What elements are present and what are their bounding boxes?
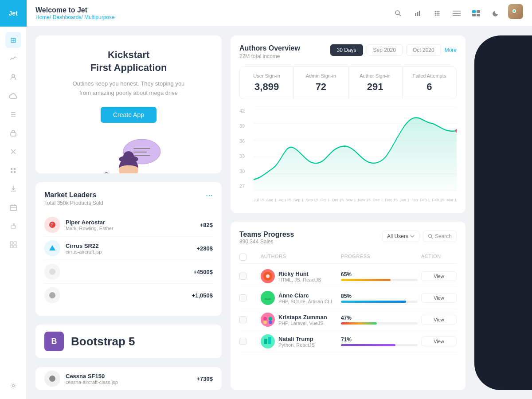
sidebar-item-layout[interactable] [5,237,21,253]
kristaps-author: Kristaps Zumman PHP, Laravel, VueJS [261,313,337,327]
stat-failed-attempts: Failed Attempts 6 [403,67,456,99]
svg-point-34 [438,14,440,16]
teams-search[interactable]: Search [423,231,457,242]
cirrus-value: +280$ [196,245,213,252]
sidebar-item-chart[interactable] [5,51,21,66]
anne-bar-bg [341,301,418,303]
svg-point-26 [435,11,436,12]
breadcrumb-dashboards[interactable]: Dashboards/ [53,14,83,20]
piper-icon: P [44,217,60,233]
x-oct1: Oct 1 [321,198,330,202]
team-row-anne: Anne Clarc PHP, SQLite, Artisan CLI 85% … [239,287,457,309]
x-feb15: Feb 15 [432,198,444,202]
cirrus-sub: cirrus-aircraft.jsp [66,249,191,254]
sidebar-item-list[interactable] [5,106,21,122]
kristaps-name: Kristaps Zumman [278,314,327,321]
main-wrapper: Welcome to Jet Home/ Dashboards/ Multipu… [27,0,532,399]
ricky-checkbox[interactable] [239,273,257,280]
svg-line-72 [431,237,433,239]
tab-more[interactable]: More [445,47,457,53]
svg-point-82 [269,321,272,324]
cirrus-name: Cirrus SR22 [66,243,191,249]
grid-dots-icon[interactable] [430,6,444,20]
bootstrap-logo: B [44,332,64,351]
y-label-27: 27 [239,184,252,189]
sidebar-logo[interactable]: Jet [0,0,27,27]
item4-icon [44,287,60,303]
stat-author-signin: Author Sign-in 291 [348,67,403,99]
natali-progress: 71% [341,336,418,346]
x-aug1: Aug 1 [266,198,277,202]
ricky-tech: HTML, JS, ReactJS [278,277,321,282]
col-progress: PROGRESS [341,254,418,261]
illustration [84,132,173,173]
breadcrumb-home[interactable]: Home/ [35,14,51,20]
svg-point-30 [437,12,438,14]
authors-card: Authors Overview 22M total income 30 Day… [231,35,466,213]
x-agu15: Agu 15 [279,198,292,202]
sidebar-item-user[interactable] [5,69,21,85]
stat-admin-signin: Admin Sign-in 72 [294,67,348,99]
create-app-button[interactable]: Create App [101,107,156,123]
chart-x-labels: Jul 15 Aug 1 Agu 15 Sep 1 Sep 15 Oct 1 O… [254,198,457,202]
anne-pct: 85% [341,293,418,299]
ricky-author: Ricky Hunt HTML, JS, ReactJS [261,269,337,283]
all-users-select[interactable]: All Users [382,231,419,242]
authors-title-group: Authors Overview 22M total income [239,44,300,59]
x-oct15: Oct 15 [332,198,344,202]
market-item-3: +4500$ [44,260,213,284]
kristaps-checkbox[interactable] [239,316,257,323]
svg-point-21 [395,11,399,15]
header-checkbox[interactable] [239,254,246,261]
svg-point-27 [437,11,438,12]
team-row-ricky: Ricky Hunt HTML, JS, ReactJS 65% View [239,266,457,287]
x-jan1: Jan 1 [399,198,409,202]
market-leaders-card: Market Leaders Total 350k Products Sold … [35,182,222,316]
tab-sep2020[interactable]: Sep 2020 [367,44,403,56]
menu-lines-icon[interactable] [450,6,464,20]
svg-point-20 [12,385,14,387]
sidebar-item-download[interactable] [5,181,21,197]
ricky-pct: 65% [341,271,418,278]
anne-checkbox[interactable] [239,294,257,301]
apps-icon[interactable] [469,6,483,20]
svg-point-61 [49,269,55,275]
anne-view-btn[interactable]: View [421,293,457,303]
sidebar-item-menu[interactable] [5,162,21,178]
tab-oct2020[interactable]: Oct 2020 [406,44,441,56]
sidebar-item-calendar[interactable] [5,200,21,215]
svg-rect-19 [14,245,16,248]
anne-author: Anne Clarc PHP, SQLite, Artisan CLI [261,291,337,305]
ricky-view-btn[interactable]: View [421,271,457,281]
svg-point-28 [438,11,440,12]
sidebar-item-lock[interactable] [5,125,21,141]
natali-pct: 71% [341,336,418,343]
page-title: Welcome to Jet [35,6,386,14]
sidebar-item-tools[interactable] [5,218,21,234]
search-icon[interactable] [391,6,405,20]
bootstrap-title: Bootstrap 5 [71,335,135,348]
svg-rect-41 [477,14,480,16]
bar-chart-icon[interactable] [411,6,425,20]
piper-name: Piper Aerostar [66,219,195,226]
teams-title-group: Teams Progress 890,344 Sales [239,231,294,250]
x-mar1: Mar 1 [446,198,457,202]
sidebar-item-close[interactable] [5,144,21,160]
moon-icon[interactable] [489,6,503,20]
sidebar-item-cloud[interactable] [5,88,21,104]
anne-avatar [261,291,275,305]
anne-bar [341,301,406,303]
breadcrumb-multipurpose[interactable]: Multipurpose [84,14,115,20]
y-label-36: 36 [239,138,252,144]
market-item-piper: P Piper Aerostar Mark, Rowling, Esther +… [44,213,213,237]
natali-view-btn[interactable]: View [421,336,457,346]
market-leaders-more[interactable]: ⋯ [206,191,213,200]
kristaps-view-btn[interactable]: View [421,315,457,325]
ricky-info: Ricky Hunt HTML, JS, ReactJS [278,270,321,282]
tab-30days[interactable]: 30 Days [330,44,363,56]
settings-icon[interactable] [5,378,21,394]
search-label: Search [435,233,452,239]
authors-header: Authors Overview 22M total income 30 Day… [239,44,457,59]
sidebar-item-grid[interactable]: ⊞ [5,32,21,48]
natali-checkbox[interactable] [239,338,257,345]
